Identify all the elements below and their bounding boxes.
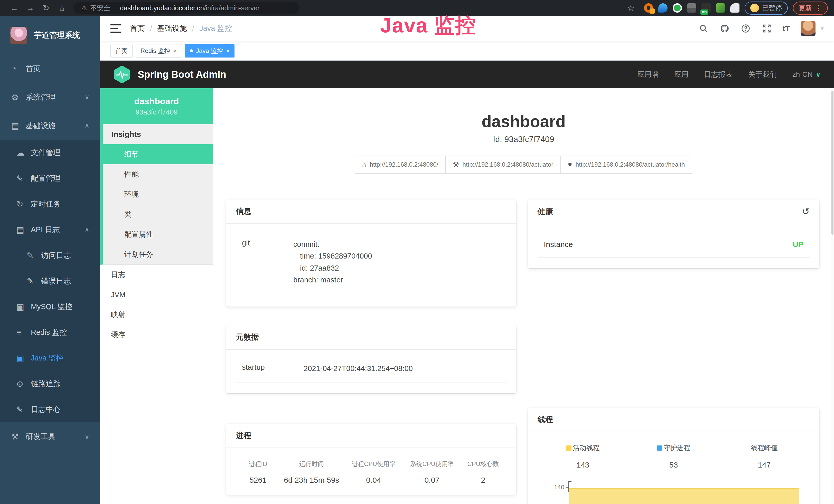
extension-pin-icon[interactable] xyxy=(658,3,667,13)
sidebar-item-scheduled-jobs[interactable]: ↻ 定时任务 xyxy=(0,191,100,217)
sidebar-item-label: MySQL 监控 xyxy=(31,302,72,312)
stat-uptime: 运行时间 6d 23h 15m 59s xyxy=(279,460,345,484)
breadcrumb-home[interactable]: 首页 xyxy=(130,23,145,33)
card-title: 元数据 xyxy=(236,332,259,343)
sidebar-item-file-mgmt[interactable]: ☁ 文件管理 xyxy=(0,140,100,166)
sidebar-item-config-mgmt[interactable]: ✎ 配置管理 xyxy=(0,166,100,191)
tab-home[interactable]: 首页 xyxy=(110,44,133,58)
startup-value: 2021-04-27T00:44:31.254+08:00 xyxy=(304,363,413,374)
stat-cpu-cores: CPU核心数 2 xyxy=(461,460,505,484)
sba-item-logs[interactable]: 日志 xyxy=(100,265,213,285)
warning-icon: ⚠ xyxy=(81,4,87,12)
sidebar-item-infrastructure[interactable]: ▤ 基础设施 ∧ xyxy=(0,111,100,140)
hamburger-icon[interactable] xyxy=(110,24,121,33)
tab-label: Redis 监控 xyxy=(140,47,170,55)
sba-item-caches[interactable]: 缓存 xyxy=(100,325,213,345)
service-url: http://192.168.0.2:48080/ xyxy=(370,161,438,168)
sidebar-item-dev-tools[interactable]: ⚒ 研发工具 ∨ xyxy=(0,422,100,451)
sidebar-item-access-log[interactable]: ✎ 访问日志 xyxy=(0,243,100,268)
health-url-button[interactable]: ♥ http://192.168.0.2:48080/actuator/heal… xyxy=(561,156,692,174)
instance-id: 93a3fc7f7409 xyxy=(136,108,178,116)
font-size-icon[interactable]: tT xyxy=(783,24,790,33)
sba-item-classes[interactable]: 类 xyxy=(103,204,213,224)
extension-icon[interactable] xyxy=(673,3,682,13)
sidebar-item-redis-monitor[interactable]: ≡ Redis 监控 xyxy=(0,320,100,345)
sba-item-metrics[interactable]: 性能 xyxy=(103,164,213,184)
breadcrumb-infrastructure[interactable]: 基础设施 xyxy=(157,23,187,33)
insights-group-label: Insights xyxy=(103,124,213,144)
scrollbar-thumb[interactable] xyxy=(831,91,833,235)
stat-value: 0.04 xyxy=(345,476,403,484)
instance-name: dashboard xyxy=(134,96,179,106)
address-bar[interactable]: ⚠ 不安全 dashboard.yudao.iocoder.cn/infra/a… xyxy=(73,2,300,14)
sidebar-item-log-center[interactable]: ✎ 日志中心 xyxy=(0,397,100,422)
help-icon[interactable] xyxy=(741,23,751,33)
stat-label: 进程ID xyxy=(237,460,279,468)
extension-icon[interactable]: on xyxy=(701,3,711,13)
chevron-down-icon: ∨ xyxy=(85,93,89,101)
briefcase-icon: ⚒ xyxy=(11,432,26,442)
infrastructure-icon: ▤ xyxy=(11,121,26,131)
browser-home-button[interactable]: ⌂ xyxy=(54,3,70,13)
tab-redis-monitor[interactable]: Redis 监控 × xyxy=(136,44,182,58)
app-logo[interactable]: 芋道管理系统 xyxy=(0,16,100,54)
sidebar-item-home[interactable]: ◔ 首页 xyxy=(0,54,100,83)
health-instance-label: Instance xyxy=(544,240,573,249)
page-scrollbar[interactable] xyxy=(831,88,834,504)
service-url-button[interactable]: ⌂ http://192.168.0.2:48080/ xyxy=(355,156,446,174)
locale-selector[interactable]: zh-CN ∨ xyxy=(792,70,821,78)
tab-java-monitor[interactable]: Java 监控 × xyxy=(185,44,235,58)
browser-back-button[interactable]: ← xyxy=(6,3,22,13)
layers-icon: ≡ xyxy=(17,328,31,337)
sba-nav-journal[interactable]: 日志报表 xyxy=(704,70,733,79)
yellow-swatch-icon xyxy=(566,445,571,451)
chrome-update-button[interactable]: 更新 ⋮ xyxy=(793,2,828,15)
tags-view-bar: 首页 Redis 监控 × Java 监控 × xyxy=(100,41,834,61)
sba-item-config-props[interactable]: 配置属性 xyxy=(103,224,213,245)
breadcrumb-separator: / xyxy=(150,24,152,33)
app-title: 芋道管理系统 xyxy=(34,30,80,41)
breadcrumb-current: Java 监控 xyxy=(199,23,232,33)
instance-header[interactable]: dashboard 93a3fc7f7409 xyxy=(100,88,213,124)
paused-extension-badge[interactable]: 已暂停 xyxy=(745,2,788,15)
sidebar-item-api-log[interactable]: ▤ API 日志 ∧ xyxy=(0,217,100,243)
search-icon[interactable] xyxy=(698,23,709,33)
sba-item-mappings[interactable]: 映射 xyxy=(100,305,213,325)
browser-forward-button[interactable]: → xyxy=(22,3,38,13)
not-secure-label[interactable]: 不安全 xyxy=(90,4,110,13)
sba-nav-wallboard[interactable]: 应用墙 xyxy=(637,70,659,79)
sba-item-jvm[interactable]: JVM xyxy=(100,285,213,305)
sba-item-details[interactable]: 细节 xyxy=(103,144,213,164)
sidebar-item-label: 错误日志 xyxy=(41,276,71,286)
bookmark-star-icon[interactable]: ☆ xyxy=(623,3,639,13)
status-badge: UP xyxy=(793,240,804,249)
update-label: 更新 xyxy=(798,4,812,13)
close-icon[interactable]: × xyxy=(173,47,177,54)
extension-icon[interactable] xyxy=(716,3,725,13)
database-icon: ▣ xyxy=(17,302,31,312)
extension-icon[interactable] xyxy=(644,3,653,13)
fullscreen-icon[interactable] xyxy=(762,23,772,33)
browser-reload-button[interactable]: ↻ xyxy=(38,3,54,13)
timer-icon: ↻ xyxy=(17,199,31,209)
card-title: 进程 xyxy=(236,430,251,441)
history-icon[interactable]: ↺ xyxy=(802,206,810,217)
extensions-puzzle-icon[interactable] xyxy=(730,3,740,13)
sidebar-item-system-mgmt[interactable]: ⚙ 系统管理 ∨ xyxy=(0,83,100,111)
stat-value: 6d 23h 15m 59s xyxy=(279,476,345,484)
sba-item-environment[interactable]: 环境 xyxy=(103,184,213,204)
sidebar-item-tracing[interactable]: ⊙ 链路追踪 xyxy=(0,371,100,397)
sidebar-item-java-monitor[interactable]: ▣ Java 监控 xyxy=(0,345,100,371)
sidebar-item-error-log[interactable]: ✎ 错误日志 xyxy=(0,268,100,294)
sba-nav-applications[interactable]: 应用 xyxy=(674,70,688,79)
github-icon[interactable] xyxy=(720,23,730,33)
sba-item-scheduled-tasks[interactable]: 计划任务 xyxy=(103,245,213,265)
instance-links: ⌂ http://192.168.0.2:48080/ ⚒ http://192… xyxy=(213,156,834,174)
close-icon[interactable]: × xyxy=(226,47,229,54)
sidebar-item-mysql-monitor[interactable]: ▣ MySQL 监控 xyxy=(0,294,100,320)
user-avatar[interactable] xyxy=(800,21,815,36)
extension-icon[interactable] xyxy=(687,3,696,13)
actuator-url-button[interactable]: ⚒ http://192.168.0.2:48080/actuator xyxy=(445,156,561,174)
browser-menu-icon[interactable]: ⋮ xyxy=(815,4,822,12)
sba-nav-about[interactable]: 关于我们 xyxy=(748,70,777,79)
